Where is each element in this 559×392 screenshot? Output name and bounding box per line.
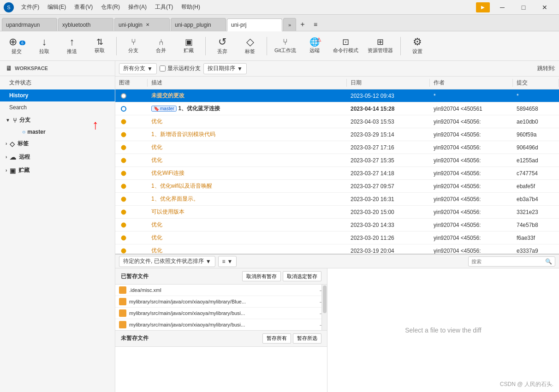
push-icon: ↑ — [70, 37, 75, 47]
staged-scrollbar[interactable] — [321, 285, 327, 330]
cell-commit: ebafe5f — [513, 183, 559, 190]
commit-button[interactable]: ⊕ 6 提交 — [4, 33, 30, 59]
tags-arrow-icon: › — [6, 141, 7, 146]
menu-repo[interactable]: 仓库(R) — [97, 2, 124, 12]
staged-scrollbar-thumb[interactable] — [323, 285, 327, 313]
list-options-dropdown[interactable]: ≡ ▼ — [218, 256, 237, 267]
show-remote-checkbox[interactable] — [160, 65, 166, 71]
tab-overflow[interactable]: » — [283, 18, 296, 31]
table-row[interactable]: 优化WiFi连接 2023-03-27 14:18 yin920704 <450… — [115, 167, 559, 180]
gitflow-icon: ⑂ — [283, 38, 288, 46]
table-row[interactable]: 1、新增语音识别模块代码 2023-03-29 15:14 yin920704 … — [115, 128, 559, 141]
sidebar-item-search[interactable]: Search — [0, 101, 115, 113]
tab-upandrmayun[interactable]: upandrmayun — [2, 18, 57, 31]
search-icon[interactable]: 🔍 — [542, 258, 555, 265]
sidebar-section-tags[interactable]: › ◇ 标签 — [0, 137, 115, 150]
sidebar-section-stashes[interactable]: › ▣ 贮藏 — [0, 164, 115, 177]
explorer-button[interactable]: ⊞ 资源管理器 — [364, 33, 397, 59]
tab-menu-button[interactable]: ≡ — [309, 18, 322, 31]
table-row[interactable]: 🔖 master 1、优化蓝牙连接 2023-04-14 15:28 yin92… — [115, 102, 559, 115]
search-input[interactable] — [469, 259, 542, 264]
tab-uni-plugin[interactable]: uni-plugin ✕ — [114, 18, 170, 31]
sidebar-branch-master[interactable]: ○ master — [11, 127, 115, 137]
merge-button[interactable]: ⑃ 合并 — [148, 33, 174, 59]
fetch-button[interactable]: ⇅ 获取 — [87, 33, 113, 59]
terminal-button[interactable]: ⊡ 命令行模式 — [329, 33, 362, 59]
close-button[interactable]: ✕ — [534, 0, 555, 15]
pull-button[interactable]: ↓ 拉取 — [31, 33, 57, 59]
cancel-all-staged-button[interactable]: 取消所有暂存 — [242, 271, 281, 281]
cell-description: 优化 — [148, 221, 347, 229]
remote-button[interactable]: 🌐⚠ 远端 — [302, 33, 327, 59]
remote-icon: 🌐⚠ — [309, 38, 320, 46]
unstaged-file-list — [115, 347, 327, 392]
tab-xybluetooth[interactable]: xybluetooth — [58, 18, 113, 31]
cell-description: 优化 — [148, 247, 347, 254]
tab-uni-app-plugin[interactable]: uni-app_plugin — [171, 18, 226, 31]
bottom-content: 已暂存文件 取消所有暂存 取消选定暂存 .idea/misc.xml – — [115, 268, 559, 392]
stash-selected-button[interactable]: 暂存所选 — [293, 333, 321, 344]
tab-bar: upandrmayun xybluetooth uni-plugin ✕ uni… — [0, 15, 559, 31]
cell-commit: 74e57b8 — [513, 222, 559, 228]
sort-dropdown[interactable]: 按日期排序 ▼ — [203, 63, 247, 74]
cell-description: 优化 — [148, 234, 347, 242]
tab-add-button[interactable]: + — [296, 18, 309, 31]
table-row[interactable]: 优化 2023-04-03 15:53 yin920704 <45056: ae… — [115, 115, 559, 128]
history-toolbar: 所有分支 ▼ 显示远程分支 按日期排序 ▼ 跳转到: — [115, 61, 559, 77]
list-item[interactable]: mylibrary/src/main/java/com/xiaoya/mylib… — [115, 296, 327, 308]
list-item[interactable]: mylibrary/src/main/java/com/xiaoya/mylib… — [115, 319, 327, 330]
table-row[interactable]: 1、优化wifi以及语音唤醒 2023-03-27 09:57 yin92070… — [115, 180, 559, 193]
push-button[interactable]: ↑ 推送 — [59, 33, 85, 59]
table-row[interactable]: 1、优化界面显示。 2023-03-20 16:31 yin920704 <45… — [115, 193, 559, 206]
table-row[interactable]: 优化 2023-03-19 20:04 yin920704 <45056: e3… — [115, 244, 559, 254]
menu-view[interactable]: 查看(V) — [71, 2, 96, 12]
file-name: .idea/misc.xml — [129, 287, 161, 293]
discard-button[interactable]: ↺ 丢弃 — [209, 33, 235, 59]
tag-button[interactable]: ◇ 标签 — [237, 33, 263, 59]
table-row[interactable]: 优化 2023-03-20 11:26 yin920704 <45056: f6… — [115, 232, 559, 244]
sidebar-item-history[interactable]: History — [0, 89, 115, 101]
stash-button[interactable]: ▣ 贮藏 — [176, 33, 202, 59]
list-item[interactable]: .idea/misc.xml – — [115, 285, 327, 296]
table-row[interactable]: 优化 2023-03-20 14:33 yin920704 <45056: 74… — [115, 219, 559, 232]
branch-filter-dropdown[interactable]: 所有分支 ▼ — [119, 63, 157, 74]
minimize-button[interactable]: ─ — [492, 0, 513, 15]
table-row[interactable]: 优化 2023-03-27 15:35 yin920704 <45056: e1… — [115, 154, 559, 167]
branch-icon: ⑂ — [131, 38, 136, 46]
gitflow-button[interactable]: ⑂ Git工作流 — [271, 33, 300, 59]
sidebar-section-remotes[interactable]: › ☁ 远程 — [0, 150, 115, 164]
show-remote-checkbox-label[interactable]: 显示远程分支 — [160, 65, 201, 72]
menu-file[interactable]: 文件(F) — [18, 2, 43, 12]
file-name: mylibrary/src/main/java/com/xiaoya/mylib… — [129, 299, 246, 304]
menu-tools[interactable]: 工具(T) — [151, 2, 177, 12]
staged-files-panel: 已暂存文件 取消所有暂存 取消选定暂存 .idea/misc.xml – — [115, 268, 327, 392]
cell-commit: f6ae33f — [513, 235, 559, 241]
cell-commit: * — [513, 93, 559, 99]
menu-edit[interactable]: 编辑(E) — [44, 2, 70, 12]
cell-graph — [115, 246, 148, 254]
play-button[interactable]: ▶ — [476, 2, 490, 12]
table-row[interactable]: 可以使用版本 2023-03-20 15:00 yin920704 <45056… — [115, 206, 559, 219]
sidebar-section-branches[interactable]: ▼ ⑂ 分支 — [0, 113, 115, 127]
pending-files-dropdown[interactable]: 待定的文件, 已依照文件状态排序 ▼ — [119, 256, 215, 267]
list-item[interactable]: mylibrary/src/main/java/com/xiaoya/mylib… — [115, 308, 327, 319]
cell-description: 优化 — [148, 143, 347, 151]
maximize-button[interactable]: □ — [513, 0, 534, 15]
tab-uni-prj[interactable]: uni-prj — [227, 18, 282, 31]
svg-point-3 — [121, 132, 126, 137]
table-row[interactable]: 优化 2023-03-27 17:16 yin920704 <45056: 90… — [115, 141, 559, 154]
cell-date: 2023-04-14 15:28 — [347, 106, 430, 112]
menu-action[interactable]: 操作(A) — [125, 2, 150, 12]
tab-close-uni-plugin[interactable]: ✕ — [144, 22, 151, 28]
main-layout: 🖥 WORKSPACE 文件状态 History Search ▼ ⑂ 分支 ○… — [0, 61, 559, 392]
settings-button[interactable]: ⚙ 设置 — [404, 33, 430, 59]
branch-button[interactable]: ⑂ 分支 — [120, 33, 146, 59]
cancel-selected-staged-button[interactable]: 取消选定暂存 — [283, 271, 321, 281]
workspace-label: 🖥 WORKSPACE — [0, 61, 115, 76]
table-row[interactable]: 未提交的更改 2023-05-12 09:43 * * — [115, 89, 559, 102]
terminal-icon: ⊡ — [342, 38, 349, 46]
menu-help[interactable]: 帮助(H) — [178, 2, 204, 12]
stash-all-button[interactable]: 暂存所有 — [262, 333, 291, 344]
sidebar-item-file-status[interactable]: 文件状态 — [0, 76, 115, 89]
file-icon — [119, 286, 126, 294]
